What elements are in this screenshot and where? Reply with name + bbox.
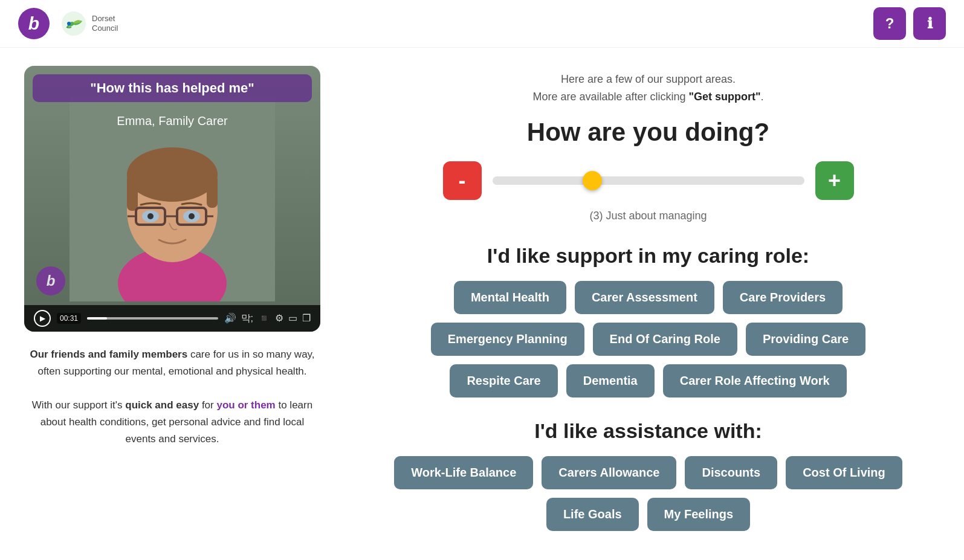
right-panel: Here are a few of our support areas. Mor…: [357, 66, 940, 539]
support-intro-end: .: [761, 91, 764, 103]
tag-emergency-planning[interactable]: Emergency Planning: [431, 323, 584, 356]
assistance-title: I'd like assistance with:: [534, 419, 762, 443]
svg-point-16: [147, 213, 154, 219]
description-text: Our friends and family members care for …: [24, 346, 320, 448]
tag-dementia[interactable]: Dementia: [566, 364, 655, 397]
fullscreen-icon[interactable]: ❐: [302, 312, 311, 325]
slider-row: - +: [443, 161, 854, 200]
plus-button[interactable]: +: [815, 161, 854, 200]
minus-button[interactable]: -: [443, 161, 482, 200]
main-content: "How this has helped me" Emma, Family Ca…: [0, 48, 964, 558]
slider-thumb[interactable]: [583, 171, 602, 190]
tag-end-of-caring-role[interactable]: End Of Caring Role: [593, 323, 737, 356]
desc-bold-2: quick and easy: [125, 399, 199, 411]
support-intro-line2: More are available after clicking "Get s…: [532, 88, 763, 106]
help-button[interactable]: ?: [873, 7, 906, 40]
tag-carer-role-affecting-work[interactable]: Carer Role Affecting Work: [663, 364, 847, 397]
video-controls: ▶ 00:31 🔊 막; ◾ ⚙ ▭ ❐: [24, 305, 320, 332]
info-button[interactable]: ℹ: [913, 7, 946, 40]
video-subtitle: Emma, Family Carer: [24, 114, 320, 128]
tag-providing-care[interactable]: Providing Care: [746, 323, 865, 356]
captions-icon[interactable]: 막;: [241, 312, 253, 325]
caring-role-title: I'd like support in my caring role:: [487, 244, 809, 268]
settings-icon[interactable]: ⚙: [275, 312, 283, 325]
tag-respite-care[interactable]: Respite Care: [450, 364, 557, 397]
svg-rect-8: [207, 175, 218, 208]
tag-mental-health[interactable]: Mental Health: [454, 281, 566, 314]
header-left: b Dorset Council: [18, 8, 118, 39]
tag-life-goals[interactable]: Life Goals: [546, 498, 639, 531]
desc-normal-2: With our support it's: [32, 399, 125, 411]
assistance-tags-row-2: Life Goals My Feelings: [546, 498, 750, 531]
tag-cost-of-living[interactable]: Cost Of Living: [786, 456, 902, 489]
subtitles-icon[interactable]: ◾: [258, 312, 270, 325]
slider-track[interactable]: [493, 176, 804, 185]
header-actions: ? ℹ: [873, 7, 946, 40]
video-overlay-text: "How this has helped me": [33, 74, 312, 102]
dorset-label: Dorset Council: [92, 14, 118, 33]
video-controls-right: 🔊 막; ◾ ⚙ ▭ ❐: [224, 312, 311, 325]
assistance-tags-row-1: Work-Life Balance Carers Allowance Disco…: [394, 456, 902, 489]
svg-point-17: [189, 213, 195, 219]
video-face: [24, 66, 320, 332]
tag-carer-assessment[interactable]: Carer Assessment: [575, 281, 714, 314]
caring-role-tags-row-1: Mental Health Carer Assessment Care Prov…: [454, 281, 843, 314]
left-panel: "How this has helped me" Emma, Family Ca…: [24, 66, 320, 539]
video-timestamp: 00:31: [57, 313, 81, 324]
desc-bold-1: Our friends and family members: [30, 349, 187, 360]
video-progress-bar[interactable]: [87, 317, 218, 320]
video-container: "How this has helped me" Emma, Family Ca…: [24, 66, 320, 332]
slider-status-label: (3) Just about managing: [589, 210, 707, 222]
video-progress-fill: [87, 317, 106, 320]
app-logo: b: [18, 8, 50, 39]
svg-point-1: [67, 22, 71, 25]
play-button[interactable]: ▶: [34, 310, 51, 327]
header: b Dorset Council ? ℹ: [0, 0, 964, 48]
video-logo-watermark: b: [36, 266, 65, 295]
tag-discounts[interactable]: Discounts: [685, 456, 777, 489]
support-intro-bold: "Get support": [689, 91, 761, 103]
desc-purple: you or them: [216, 399, 275, 411]
support-intro-normal: More are available after clicking: [532, 91, 688, 103]
desc-normal-3: for: [202, 399, 217, 411]
svg-rect-7: [127, 175, 138, 211]
support-intro: Here are a few of our support areas. Mor…: [532, 71, 763, 106]
caring-role-tags-row-3: Respite Care Dementia Carer Role Affecti…: [450, 364, 846, 397]
dorset-council-logo: Dorset Council: [60, 10, 118, 37]
tag-care-providers[interactable]: Care Providers: [723, 281, 843, 314]
how-doing-title: How are you doing?: [527, 118, 769, 147]
volume-icon[interactable]: 🔊: [224, 312, 236, 325]
support-intro-line1: Here are a few of our support areas.: [532, 71, 763, 88]
tag-my-feelings[interactable]: My Feelings: [647, 498, 750, 531]
svg-point-6: [127, 147, 218, 202]
tag-work-life-balance[interactable]: Work-Life Balance: [394, 456, 533, 489]
pip-icon[interactable]: ▭: [288, 312, 297, 325]
caring-role-tags-row-2: Emergency Planning End Of Caring Role Pr…: [431, 323, 865, 356]
dorset-bird-icon: [60, 10, 87, 37]
tag-carers-allowance[interactable]: Carers Allowance: [542, 456, 676, 489]
